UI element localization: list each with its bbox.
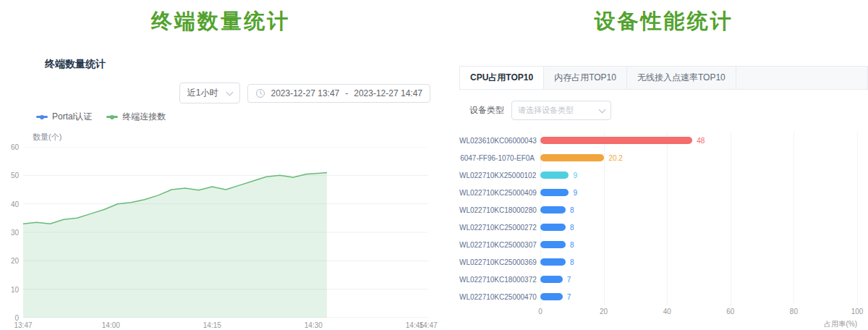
device-type-select[interactable]: 请选择设备类型 <box>511 101 611 120</box>
cpu-usage-bar[interactable] <box>540 206 566 213</box>
x-tick-label: 60 <box>726 308 734 316</box>
bar-row: WL023610KC0600004348 <box>540 132 857 149</box>
line-chart-legend: Portal认证终端连接数 <box>36 111 441 123</box>
device-type-placeholder: 请选择设备类型 <box>518 105 574 116</box>
performance-section-title: 设备性能统计 <box>459 7 868 36</box>
device-name-label: WL022710KC25000272 <box>459 224 535 232</box>
tab-ap-rate-top10[interactable]: 无线接入点速率TOP10 <box>627 67 736 89</box>
x-tick-label: 14:00 <box>102 321 120 329</box>
bar-value-label: 8 <box>570 206 574 214</box>
line-chart-svg <box>23 147 428 318</box>
y-tick-label: 10 <box>11 285 19 293</box>
cpu-usage-bar[interactable] <box>540 172 569 179</box>
legend-dot-icon <box>110 115 114 119</box>
clock-icon <box>255 88 265 98</box>
legend-item-terminal-connections[interactable]: 终端连接数 <box>106 111 166 123</box>
device-name-label: WL022710KC25000307 <box>459 241 535 249</box>
bar-row: WL022710KC180002808 <box>540 201 857 219</box>
line-chart-plot[interactable]: 13:4714:0014:1514:3014:4514:47 <box>23 147 428 318</box>
bar-value-label: 20.2 <box>608 154 622 162</box>
x-tick-label: 14:15 <box>203 321 221 329</box>
vertical-gridline <box>857 132 858 305</box>
legend-mark-icon <box>106 116 118 118</box>
bar-row: WL022710KC180003727 <box>540 271 857 288</box>
bar-value-label: 8 <box>570 241 574 249</box>
x-tick-label: 80 <box>790 308 798 316</box>
x-tick-label: 14:30 <box>305 321 323 329</box>
device-name-label: WL022710KC18000372 <box>459 276 535 284</box>
cpu-usage-bar[interactable] <box>540 189 569 196</box>
terminal-section-title: 终端数量统计 <box>0 7 441 36</box>
y-axis-title: 数量(个) <box>33 132 441 143</box>
device-name-label: WL022710KC25000409 <box>459 189 535 197</box>
y-tick-label: 50 <box>11 172 19 179</box>
line-chart-yticks: 0102030405060 <box>0 147 23 318</box>
device-performance-panel: 设备性能统计 CPU占用TOP10内存占用TOP10无线接入点速率TOP10 设… <box>459 0 868 330</box>
cpu-usage-bar[interactable] <box>540 241 566 248</box>
chevron-down-icon <box>226 88 233 96</box>
bar-value-label: 9 <box>573 172 577 179</box>
x-tick-label: 13:47 <box>14 321 32 329</box>
x-tick-label: 20 <box>600 308 608 316</box>
y-tick-label: 40 <box>11 200 19 208</box>
bar-value-label: 8 <box>570 224 574 232</box>
device-name-label: 6047-FF96-1070-EF0A <box>459 154 535 162</box>
performance-tabs: CPU占用TOP10内存占用TOP10无线接入点速率TOP10 <box>459 66 868 90</box>
dashboard: 终端数量统计 终端数量统计 近1小时 2023-12-27 13:47 - 20… <box>0 0 868 330</box>
bar-row: WL022710KC250004707 <box>540 288 857 305</box>
terminal-card-title: 终端数量统计 <box>45 58 441 71</box>
bar-value-label: 9 <box>573 189 577 197</box>
bar-row: WL022710KX250001029 <box>540 166 857 184</box>
time-range-select[interactable]: 近1小时 <box>179 82 240 103</box>
x-tick-label: 100 <box>851 308 864 316</box>
y-tick-label: 20 <box>11 257 19 265</box>
date-range-picker[interactable]: 2023-12-27 13:47 - 2023-12-27 14:47 <box>247 84 431 103</box>
cpu-usage-bar[interactable] <box>540 258 566 266</box>
bar-value-label: 7 <box>567 293 571 301</box>
terminal-stats-panel: 终端数量统计 终端数量统计 近1小时 2023-12-27 13:47 - 20… <box>0 0 441 330</box>
time-range-value: 近1小时 <box>187 87 218 99</box>
device-type-label: 设备类型 <box>469 104 504 117</box>
chevron-down-icon <box>599 106 606 113</box>
cpu-bar-chart: WL023610KC06000043486047-FF96-1070-EF0A2… <box>459 132 857 329</box>
tab-memory-top10[interactable]: 内存占用TOP10 <box>544 67 627 89</box>
x-tick-label: 14:47 <box>419 321 437 329</box>
line-chart: 0102030405060 13:4714:0014:1514:3014:451… <box>0 147 441 318</box>
device-type-filter: 设备类型 请选择设备类型 <box>469 101 868 120</box>
bar-row: 6047-FF96-1070-EF0A20.2 <box>540 149 857 166</box>
tab-cpu-top10[interactable]: CPU占用TOP10 <box>460 67 544 89</box>
cpu-usage-bar[interactable] <box>540 137 692 144</box>
legend-label: 终端连接数 <box>122 111 166 123</box>
cpu-usage-bar[interactable] <box>540 224 566 231</box>
date-separator: - <box>345 88 348 98</box>
y-tick-label: 30 <box>11 229 19 237</box>
y-tick-label: 0 <box>14 314 19 322</box>
device-name-label: WL022710KC25000369 <box>459 258 535 266</box>
bar-value-label: 48 <box>697 137 705 145</box>
cpu-usage-bar[interactable] <box>540 293 563 300</box>
x-tick-label: 0 <box>538 308 542 316</box>
y-tick-label: 60 <box>11 143 19 151</box>
bar-row: WL022710KC250002728 <box>540 219 857 236</box>
cpu-usage-bar[interactable] <box>540 154 604 161</box>
legend-dot-icon <box>40 115 44 119</box>
x-tick-label: 40 <box>663 308 671 316</box>
date-end: 2023-12-27 14:47 <box>354 88 422 98</box>
bar-x-unit: 占用率(%) <box>540 319 857 329</box>
bar-row: WL022710KC250004099 <box>540 184 857 201</box>
bar-plot-area[interactable]: WL023610KC06000043486047-FF96-1070-EF0A2… <box>540 132 857 305</box>
bar-value-label: 7 <box>567 276 571 284</box>
device-name-label: WL022710KX25000102 <box>459 172 535 179</box>
cpu-usage-bar[interactable] <box>540 276 563 283</box>
chart-filters: 近1小时 2023-12-27 13:47 - 2023-12-27 14:47 <box>0 82 430 103</box>
bar-value-label: 8 <box>570 258 574 266</box>
device-name-label: WL022710KC25000470 <box>459 293 535 301</box>
bar-row: WL022710KC250003078 <box>540 236 857 253</box>
line-chart-xticks: 13:4714:0014:1514:3014:4514:47 <box>23 318 428 330</box>
date-start: 2023-12-27 13:47 <box>271 88 340 98</box>
legend-label: Portal认证 <box>52 111 92 123</box>
bar-row: WL022710KC250003698 <box>540 253 857 271</box>
bar-x-axis: 020406080100 <box>540 308 857 317</box>
legend-item-portal-auth[interactable]: Portal认证 <box>36 111 92 123</box>
device-name-label: WL022710KC18000280 <box>459 206 535 214</box>
